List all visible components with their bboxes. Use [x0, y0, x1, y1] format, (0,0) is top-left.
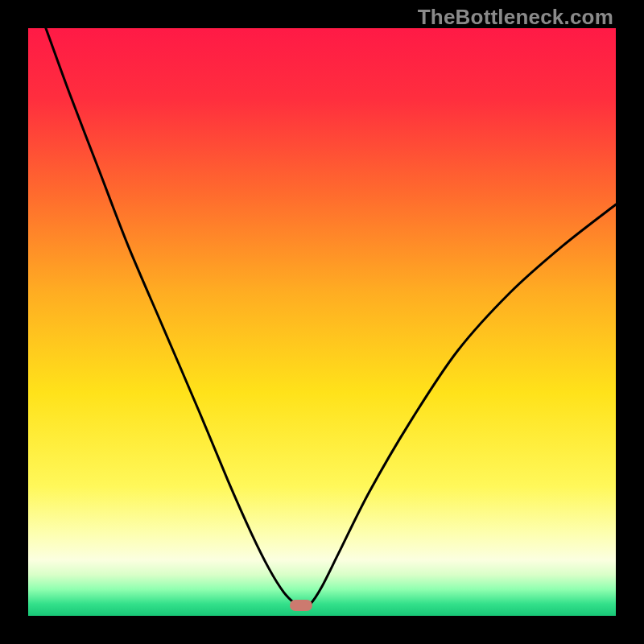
bottleneck-curve: [28, 28, 616, 616]
watermark-text: TheBottleneck.com: [418, 5, 613, 30]
chart-frame: TheBottleneck.com: [0, 0, 644, 644]
optimum-marker: [290, 600, 312, 611]
plot-area: [28, 28, 616, 616]
